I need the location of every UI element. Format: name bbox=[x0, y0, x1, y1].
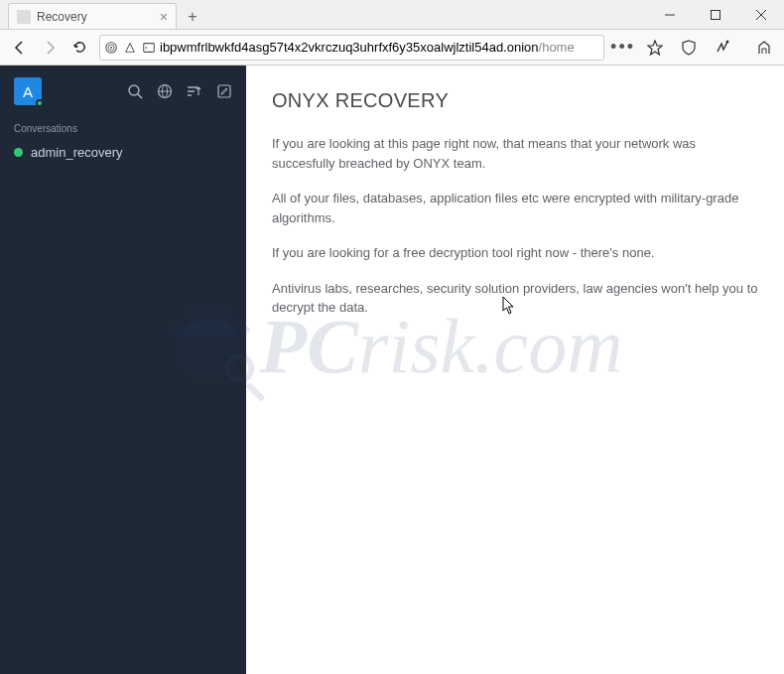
page-content: A Conversations admin_recov bbox=[0, 66, 784, 674]
window-controls bbox=[647, 0, 784, 30]
circuit-icon bbox=[123, 41, 137, 55]
maximize-button[interactable] bbox=[693, 0, 738, 30]
svg-rect-19 bbox=[218, 85, 230, 97]
sort-icon[interactable] bbox=[187, 83, 202, 99]
page-title: ONYX RECOVERY bbox=[272, 89, 758, 112]
onion-icon bbox=[104, 41, 118, 55]
body-text: Antivirus labs, researches, security sol… bbox=[272, 279, 758, 318]
url-text: ibpwmfrlbwkfd4asg57t4x2vkrczuq3uhrfxf6y3… bbox=[160, 40, 599, 55]
new-identity-icon[interactable] bbox=[750, 34, 778, 62]
tab-strip: Recovery × + bbox=[0, 0, 204, 29]
close-icon[interactable]: × bbox=[160, 10, 168, 24]
security-level-icon[interactable] bbox=[709, 34, 736, 62]
reload-button[interactable] bbox=[65, 34, 93, 62]
browser-tab[interactable]: Recovery × bbox=[8, 3, 177, 29]
search-icon[interactable] bbox=[127, 83, 143, 99]
new-tab-button[interactable]: + bbox=[181, 5, 204, 29]
svg-rect-8 bbox=[144, 43, 155, 52]
permissions-icon bbox=[142, 41, 156, 55]
url-host: ibpwmfrlbwkfd4asg57t4x2vkrczuq3uhrfxf6y3… bbox=[160, 40, 539, 55]
conversation-name: admin_recovery bbox=[31, 145, 123, 160]
avatar-letter: A bbox=[23, 83, 33, 100]
body-text: All of your files, databases, applicatio… bbox=[272, 189, 758, 227]
body-text: If you are looking at this page right no… bbox=[272, 134, 758, 173]
page-actions-icon[interactable]: ••• bbox=[610, 37, 635, 58]
svg-line-12 bbox=[138, 94, 142, 98]
url-bar[interactable]: ibpwmfrlbwkfd4asg57t4x2vkrczuq3uhrfxf6y3… bbox=[99, 35, 604, 61]
body-text: If you are looking for a free decryption… bbox=[272, 243, 758, 263]
urlbar-identity bbox=[104, 41, 156, 55]
status-online-icon bbox=[14, 148, 23, 157]
sidebar-header: A bbox=[0, 66, 246, 117]
back-button[interactable] bbox=[6, 34, 34, 62]
tab-title: Recovery bbox=[37, 10, 87, 24]
svg-point-10 bbox=[726, 40, 729, 43]
globe-icon[interactable] bbox=[157, 83, 173, 99]
conversation-item[interactable]: admin_recovery bbox=[0, 140, 246, 165]
compose-icon[interactable] bbox=[216, 83, 232, 99]
minimize-button[interactable] bbox=[647, 0, 693, 30]
svg-point-9 bbox=[146, 47, 148, 49]
forward-button[interactable] bbox=[36, 34, 64, 62]
conversations-label: Conversations bbox=[0, 117, 246, 140]
tab-favicon bbox=[17, 10, 31, 24]
close-button[interactable] bbox=[738, 0, 784, 30]
shield-icon[interactable] bbox=[675, 34, 703, 62]
bookmark-icon[interactable] bbox=[641, 34, 669, 62]
main-content: ONYX RECOVERY If you are looking at this… bbox=[246, 66, 784, 674]
sidebar-actions bbox=[127, 83, 232, 99]
sidebar: A Conversations admin_recov bbox=[0, 66, 246, 674]
url-path: /home bbox=[539, 40, 575, 55]
toolbar-actions: ••• bbox=[610, 34, 778, 62]
status-online-icon bbox=[36, 99, 44, 107]
svg-point-6 bbox=[110, 46, 112, 48]
avatar[interactable]: A bbox=[14, 77, 42, 105]
browser-toolbar: ibpwmfrlbwkfd4asg57t4x2vkrczuq3uhrfxf6y3… bbox=[0, 30, 784, 66]
svg-rect-1 bbox=[712, 10, 720, 19]
svg-point-11 bbox=[129, 85, 139, 95]
titlebar: Recovery × + bbox=[0, 0, 784, 30]
